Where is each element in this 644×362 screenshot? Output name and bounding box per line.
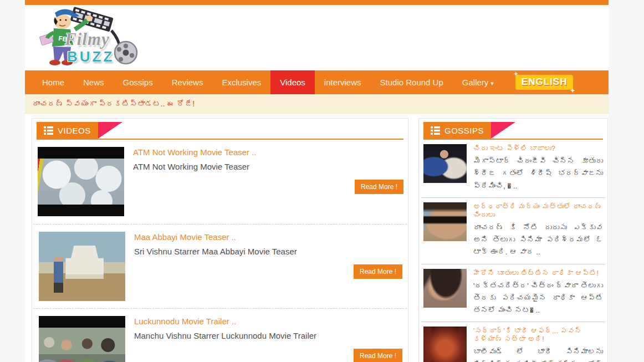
video-title-link[interactable]: ATM Not Working Movie Teaser .. — [133, 147, 405, 157]
brand-name-filmy: Filmy — [65, 29, 110, 49]
thumbnail-art — [65, 246, 104, 279]
nav-item-videos[interactable]: Videos — [270, 70, 315, 94]
gossip-title-link[interactable]: అర్ధరాత్రి మద్యం మత్తులో రాంచరణ్ చిందులు — [473, 202, 603, 219]
nav-item-home[interactable]: Home — [33, 70, 74, 94]
language-label: ENGLISH — [522, 77, 568, 87]
nav-item-gossips[interactable]: Gossips — [114, 70, 162, 94]
video-thumbnail[interactable] — [39, 232, 125, 301]
read-more-button[interactable]: Read More ! — [355, 180, 403, 194]
videos-section-header: VIDEOS — [37, 122, 403, 140]
gossip-thumbnail[interactable] — [423, 269, 467, 308]
gossip-list-item: హీరోని బూతులు తిట్టిన రాధికా ఆప్టే! 'రక్… — [421, 264, 605, 322]
gossip-excerpt: రాంచరణ్ కి నోటి దురుసు ఎక్కువ అని తెలుగు… — [473, 222, 603, 259]
gossip-text-block: హీరోని బూతులు తిట్టిన రాధికా ఆప్టే! 'రక్… — [473, 269, 603, 317]
gossips-section-header: GOSSIPS — [423, 122, 603, 140]
video-description: Sri Vishnu Starrer Maa Abbayi Movie Teas… — [134, 247, 403, 256]
gossip-list-item: అర్ధరాత్రి మద్యం మత్తులో రాంచరణ్ చిందులు… — [421, 197, 605, 264]
thumbnail-art — [54, 257, 63, 293]
read-more-button[interactable]: Read More ! — [354, 349, 402, 362]
video-description: Manchu Vishnu Starrer Luckunnodu Movie T… — [134, 331, 403, 340]
nav-item-gallery-label: Gallery — [462, 78, 489, 87]
gossips-section-title: GOSSIPS — [444, 126, 484, 135]
thumbnail-art — [38, 205, 124, 216]
gossip-title-link[interactable]: చిరు ఇంట పెళ్లి బాజాలు? — [473, 144, 603, 152]
video-description: ATM Not Working Movie Teaser — [133, 162, 405, 171]
videos-section: VIDEOS ATM Not Working Movie Teaser .. A… — [32, 118, 408, 362]
site-header: FB Filmy BUZZ — [25, 5, 609, 70]
nav-item-reviews[interactable]: Reviews — [162, 70, 213, 94]
gossip-list-item: 'సర్దార్'కి భారీ ఆఫర్... పవన్ కళ్యాణ్ సత… — [421, 322, 605, 362]
gossip-excerpt: మెగాస్టార్ చిరంజీవి చిన్న కూతురు శ్రీజ గ… — [473, 155, 603, 192]
nav-item-gallery[interactable]: Gallery▾ — [453, 70, 503, 94]
videos-section-title: VIDEOS — [58, 126, 91, 135]
thumbnail-art — [38, 147, 124, 159]
sparkle-icon: ✦ — [570, 88, 575, 94]
read-more-button[interactable]: Read More ! — [354, 264, 402, 279]
gossip-excerpt: 'రక్తచరిత్ర' చిత్రం ద్వారా తెలుగు తెరకు … — [473, 280, 603, 317]
gossip-list-item: చిరు ఇంట పెళ్లి బాజాలు? మెగాస్టార్ చిరంజ… — [419, 140, 607, 197]
language-toggle-button[interactable]: ✦ ENGLISH ✦ — [515, 75, 574, 90]
gossip-thumbnail[interactable] — [423, 144, 467, 183]
ribbon-decoration — [98, 122, 122, 139]
video-text-block: Luckunnodu Movie Trailer .. Manchu Vishn… — [125, 316, 403, 362]
ticker-text: రాంచరణ్ స్వయంగా ప్రకటిస్తాడట.. ఈ రోజే! — [32, 99, 195, 108]
ribbon-decoration — [491, 122, 515, 139]
sparkle-icon: ✦ — [514, 71, 519, 77]
nav-item-news[interactable]: News — [74, 70, 114, 94]
gossips-section-title-box: GOSSIPS — [423, 122, 491, 139]
video-thumbnail[interactable] — [39, 316, 125, 362]
gossip-text-block: 'సర్దార్'కి భారీ ఆఫర్... పవన్ కళ్యాణ్ సత… — [473, 327, 603, 362]
nav-item-studio-round-up[interactable]: Studio Round Up — [371, 70, 453, 94]
videos-section-title-box: VIDEOS — [37, 122, 98, 139]
video-list-item: ATM Not Working Movie Teaser .. ATM Not … — [32, 140, 408, 224]
site-logo[interactable]: FB Filmy BUZZ — [30, 6, 169, 69]
nav-item-interviews[interactable]: interviews — [315, 70, 371, 94]
video-thumbnail[interactable] — [38, 147, 124, 216]
video-list-item: Maa Abbayi Movie Teaser .. Sri Vishnu St… — [33, 224, 407, 308]
gossip-title-link[interactable]: 'సర్దార్'కి భారీ ఆఫర్... పవన్ కళ్యాణ్ సత… — [473, 327, 603, 343]
gossip-title-link[interactable]: హీరోని బూతులు తిట్టిన రాధికా ఆప్టే! — [473, 269, 603, 277]
video-title-link[interactable]: Maa Abbayi Movie Teaser .. — [134, 232, 403, 242]
site-wrapper: FB Filmy BUZZ Home News Gossips Reviews … — [25, 0, 609, 362]
gossip-text-block: చిరు ఇంట పెళ్లి బాజాలు? మెగాస్టార్ చిరంజ… — [473, 144, 603, 192]
gossip-thumbnail[interactable] — [423, 327, 467, 362]
gossip-thumbnail[interactable] — [423, 202, 467, 241]
video-title-link[interactable]: Luckunnodu Movie Trailer .. — [134, 317, 403, 326]
video-text-block: Maa Abbayi Movie Teaser .. Sri Vishnu St… — [125, 232, 403, 303]
list-icon — [44, 126, 53, 135]
thumbnail-art — [39, 316, 125, 328]
gossips-sidebar: GOSSIPS చిరు ఇంట పెళ్లి బాజాలు? మెగాస్టా… — [418, 118, 608, 362]
gossip-text-block: అర్ధరాత్రి మద్యం మత్తులో రాంచరణ్ చిందులు… — [473, 202, 603, 259]
nav-item-exclusives[interactable]: Exclusives — [212, 70, 270, 94]
video-text-block: ATM Not Working Movie Teaser .. ATM Not … — [124, 147, 405, 218]
top-accent-bar — [25, 0, 609, 5]
brand-name-buzz: BUZZ — [67, 48, 114, 65]
video-list-item: Luckunnodu Movie Trailer .. Manchu Vishn… — [33, 308, 407, 362]
page: FB Filmy BUZZ Home News Gossips Reviews … — [0, 0, 644, 362]
main-navigation: Home News Gossips Reviews Exclusives Vid… — [25, 70, 609, 94]
chevron-down-icon: ▾ — [490, 80, 494, 86]
list-icon — [431, 126, 440, 135]
news-ticker: రాంచరణ్ స్వయంగా ప్రకటిస్తాడట.. ఈ రోజే! — [25, 94, 609, 114]
gossip-excerpt: బాలీవుడ్ లో భారీ సినిమాలను నిర్మిస్తూ, ప… — [473, 346, 603, 362]
